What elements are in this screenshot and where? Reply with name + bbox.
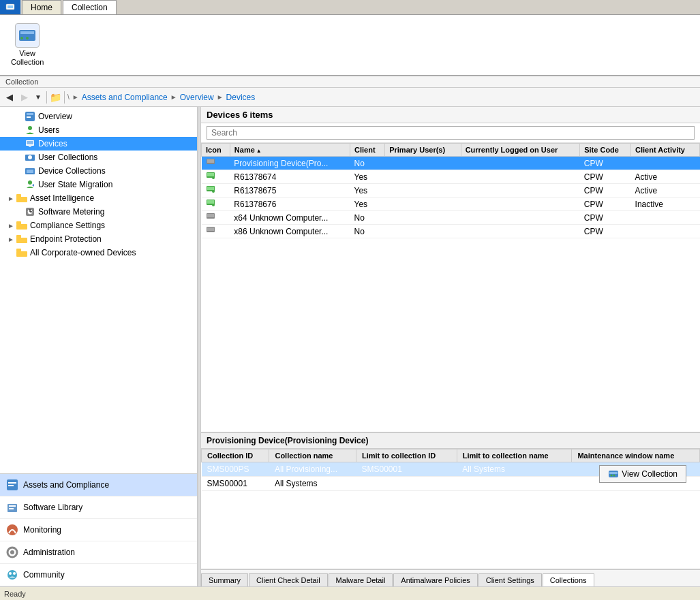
- cell-logged-on-user: [461, 225, 580, 238]
- cell-site-code: CPW: [580, 211, 631, 225]
- table-row[interactable]: R61378676 Yes CPW Inactive: [202, 198, 700, 211]
- view-collection-ribbon-btn[interactable]: View Collection: [5, 20, 49, 69]
- table-row[interactable]: Provisioning Device(Pro... No CPW: [202, 157, 700, 170]
- search-input[interactable]: [207, 126, 695, 140]
- cell-logged-on-user: [461, 198, 580, 211]
- sidebar-item-software-metering[interactable]: Software Metering: [0, 205, 197, 219]
- svg-point-50: [212, 204, 215, 206]
- detail-col-limit-id[interactable]: Limit to collection ID: [356, 449, 457, 462]
- community-nav-icon: [5, 568, 19, 582]
- tab-malware[interactable]: Malware Detail: [329, 573, 393, 586]
- col-site-code[interactable]: Site Code: [580, 144, 631, 157]
- svg-rect-19: [16, 194, 21, 198]
- view-collection-button[interactable]: View Collection: [599, 465, 686, 483]
- breadcrumb-assets[interactable]: Assets and Compliance: [82, 93, 168, 102]
- tab-home[interactable]: Home: [22, 0, 61, 14]
- svg-rect-11: [27, 141, 33, 144]
- nav-dropdown[interactable]: ▼: [33, 91, 44, 104]
- table-row[interactable]: x86 Unknown Computer... No CPW: [202, 225, 700, 238]
- expander-endpoint-protection[interactable]: ►: [5, 236, 16, 243]
- breadcrumb-overview[interactable]: Overview: [180, 93, 214, 102]
- detail-cell-limit-name: All Systems: [457, 462, 572, 477]
- tab-summary[interactable]: Summary: [201, 573, 248, 586]
- compliance-icon: [16, 220, 27, 231]
- device-table: Icon Name▲ Client Primary User(s) Curren…: [201, 143, 700, 238]
- breadcrumb-devices[interactable]: Devices: [226, 93, 256, 102]
- table-row[interactable]: x64 Unknown Computer... No CPW: [202, 211, 700, 225]
- sidebar-item-all-corporate-label: All Corporate-owned Devices: [30, 248, 136, 257]
- tab-client-settings[interactable]: Client Settings: [478, 573, 542, 586]
- col-client-activity[interactable]: Client Activity: [631, 144, 700, 157]
- sidebar: Overview Users Devices: [0, 107, 198, 586]
- table-row[interactable]: R61378675 Yes CPW Active: [202, 184, 700, 198]
- nav-divider-2: [64, 91, 65, 104]
- sidebar-item-devices[interactable]: Devices: [0, 137, 197, 151]
- list-area: Devices 6 items Icon Name▲ Client Primar…: [201, 107, 700, 432]
- svg-rect-12: [29, 146, 31, 147]
- table-row[interactable]: R61378674 Yes CPW Active: [202, 170, 700, 184]
- cell-primary-user: [385, 225, 461, 238]
- main-content: Overview Users Devices: [0, 107, 700, 586]
- ribbon-container: Home Collection View Collection Collecti…: [0, 0, 700, 88]
- tab-antimalware[interactable]: Antimalware Policies: [393, 573, 477, 586]
- detail-col-limit-name[interactable]: Limit to collection name: [457, 449, 572, 462]
- forward-button[interactable]: ▶: [18, 91, 31, 104]
- detail-table-wrapper: Collection ID Collection name Limit to c…: [201, 449, 700, 569]
- sidebar-item-compliance-settings[interactable]: ► Compliance Settings: [0, 219, 197, 232]
- ribbon-collection-label-bar: Collection: [0, 76, 700, 88]
- cell-logged-on-user: [461, 157, 580, 170]
- cell-name: R61378674: [230, 170, 350, 184]
- col-primary-user[interactable]: Primary User(s): [385, 144, 461, 157]
- sidebar-item-endpoint-protection[interactable]: ► Endpoint Protection: [0, 232, 197, 246]
- detail-col-maintenance[interactable]: Maintenance window name: [572, 449, 700, 462]
- software-metering-icon: [25, 206, 35, 217]
- cell-primary-user: [385, 198, 461, 211]
- back-button[interactable]: ◀: [3, 91, 16, 104]
- detail-cell-collection-id: SMS000PS: [202, 462, 269, 477]
- view-collection-icon: [608, 469, 619, 479]
- sidebar-item-user-state[interactable]: User State Migration: [0, 178, 197, 191]
- sidebar-item-asset-intelligence[interactable]: ► Asset Intelligence: [0, 191, 197, 205]
- svg-rect-22: [16, 224, 27, 230]
- status-text: Ready: [4, 590, 26, 598]
- all-corporate-icon: [16, 247, 27, 258]
- sidebar-bottom-admin-label: Administration: [23, 548, 75, 557]
- svg-point-39: [13, 572, 16, 575]
- detail-col-collection-name[interactable]: Collection name: [269, 449, 356, 462]
- sidebar-bottom-assets[interactable]: Assets and Compliance: [0, 474, 197, 496]
- cell-client-activity: Active: [631, 184, 700, 198]
- sidebar-bottom-administration[interactable]: Administration: [0, 541, 197, 564]
- cell-client-activity: [631, 157, 700, 170]
- col-client[interactable]: Client: [350, 144, 385, 157]
- user-collections-icon: [25, 152, 35, 163]
- col-name[interactable]: Name▲: [230, 144, 350, 157]
- svg-rect-1: [7, 5, 13, 8]
- detail-col-collection-id[interactable]: Collection ID: [202, 449, 269, 462]
- sidebar-item-all-corporate[interactable]: All Corporate-owned Devices: [0, 246, 197, 259]
- device-table-wrapper: Icon Name▲ Client Primary User(s) Curren…: [201, 143, 700, 432]
- col-logged-on-user[interactable]: Currently Logged on User: [461, 144, 580, 157]
- sidebar-item-overview[interactable]: Overview: [0, 110, 197, 123]
- app-icon[interactable]: [0, 0, 20, 14]
- endpoint-icon: [16, 234, 27, 244]
- expander-compliance-settings[interactable]: ►: [5, 222, 16, 230]
- svg-rect-56: [609, 472, 618, 474]
- sidebar-item-users[interactable]: Users: [0, 123, 197, 137]
- svg-point-58: [613, 475, 615, 477]
- tab-collection[interactable]: Collection: [63, 0, 117, 14]
- cell-site-code: CPW: [580, 170, 631, 184]
- sidebar-bottom-software-library[interactable]: Software Library: [0, 496, 197, 519]
- tab-collections[interactable]: Collections: [543, 573, 594, 586]
- sidebar-bottom-community[interactable]: Community: [0, 564, 197, 586]
- col-icon[interactable]: Icon: [202, 144, 230, 157]
- sidebar-item-device-collections[interactable]: Device Collections: [0, 164, 197, 178]
- expander-asset-intelligence[interactable]: ►: [5, 195, 16, 202]
- cell-logged-on-user: [461, 211, 580, 225]
- sidebar-item-user-collections[interactable]: User Collections: [0, 151, 197, 164]
- svg-point-44: [212, 176, 215, 179]
- cell-client: No: [350, 157, 385, 170]
- sidebar-bottom-monitoring[interactable]: Monitoring: [0, 519, 197, 541]
- detail-cell-limit-name: [457, 477, 572, 491]
- tab-client-check[interactable]: Client Check Detail: [249, 573, 328, 586]
- cell-client: No: [350, 225, 385, 238]
